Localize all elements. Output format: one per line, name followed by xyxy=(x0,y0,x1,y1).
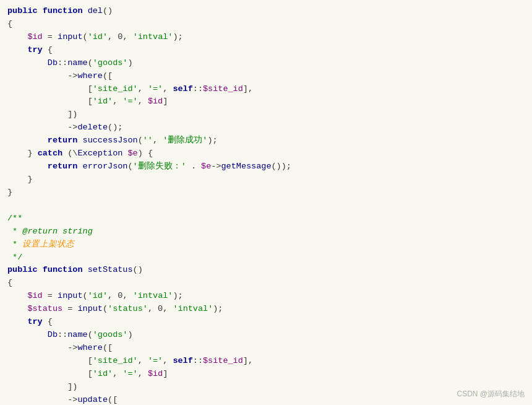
code-line: ->delete(); xyxy=(7,121,532,134)
code-line: ->update([ xyxy=(7,394,532,405)
code-line: * 设置上架状态 xyxy=(7,238,532,251)
code-line: public function setStatus() xyxy=(7,264,532,277)
code-line: } catch (\Exception $e) { xyxy=(7,147,532,160)
code-line: ->where([ xyxy=(7,342,532,355)
code-container: public function del() { $id = input('id'… xyxy=(0,0,532,405)
code-line: */ xyxy=(7,251,532,264)
code-line: ]) xyxy=(7,381,532,394)
code-line: * @return string xyxy=(7,225,532,238)
code-line: try { xyxy=(7,44,532,57)
code-line: return successJson('', '删除成功'); xyxy=(7,134,532,147)
code-line: public function del() xyxy=(7,5,532,18)
code-line: Db::name('goods') xyxy=(7,57,532,70)
code-line: ['site_id', '=', self::$site_id], xyxy=(7,83,532,96)
code-line: Db::name('goods') xyxy=(7,329,532,342)
code-line: ['id', '=', $id] xyxy=(7,368,532,381)
code-line: ]) xyxy=(7,108,532,121)
code-line: { xyxy=(7,277,532,290)
code-line: $id = input('id', 0, 'intval'); xyxy=(7,290,532,303)
code-line: } xyxy=(7,173,532,186)
code-line: return errorJson('删除失败：' . $e->getMessag… xyxy=(7,160,532,173)
code-line: { xyxy=(7,18,532,31)
code-line: ->where([ xyxy=(7,70,532,83)
code-line: /** xyxy=(7,212,532,225)
code-line: $status = input('status', 0, 'intval'); xyxy=(7,303,532,316)
code-line: ['id', '=', $id] xyxy=(7,95,532,108)
code-line: ['site_id', '=', self::$site_id], xyxy=(7,355,532,368)
watermark: CSDN @源码集结地 xyxy=(457,388,525,400)
code-line: } xyxy=(7,186,532,199)
code-line: $id = input('id', 0, 'intval'); xyxy=(7,31,532,44)
code-line: try { xyxy=(7,316,532,329)
code-line xyxy=(7,199,532,212)
